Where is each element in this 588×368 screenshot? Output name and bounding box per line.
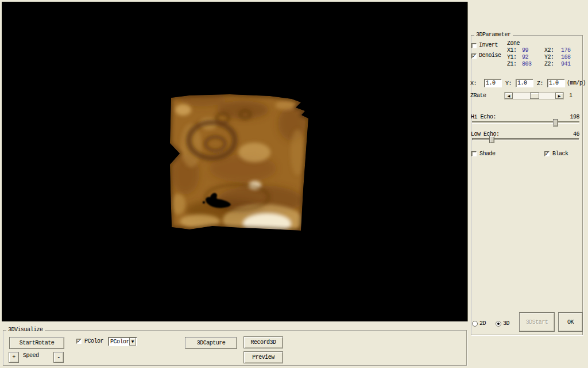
pcolor-checkbox[interactable]: ✓ <box>76 339 82 344</box>
3d-render-dialog: { "colors": { "window_bg": "#ece9d8", "v… <box>0 0 588 368</box>
param-group-title: 3DParameter <box>474 32 513 39</box>
render-viewport[interactable] <box>2 2 468 321</box>
mode-3d-radio[interactable] <box>496 321 501 327</box>
low-echo-slider-thumb[interactable] <box>489 136 494 143</box>
scroll-left-icon: ◀ <box>508 94 510 98</box>
zrate-scrollbar[interactable]: ◀ ▶ <box>504 92 564 99</box>
speed-plus-label: + <box>12 354 16 361</box>
pcolor-dropdown-button[interactable]: ▼ <box>129 338 136 346</box>
low-echo-value: 46 <box>560 131 579 137</box>
zone-x1-label: X1: <box>507 47 517 53</box>
check-icon: ✓ <box>77 339 82 343</box>
pcolor-label: PColor <box>84 338 103 344</box>
dropdown-arrow-icon: ▼ <box>131 340 134 343</box>
zrate-label: ZRate <box>470 93 486 99</box>
check-icon: ✓ <box>545 152 550 156</box>
scale-z-input[interactable] <box>547 79 565 87</box>
scale-x-input[interactable] <box>484 79 502 87</box>
hi-echo-value: 198 <box>560 114 579 120</box>
ok-button[interactable]: OK <box>558 312 583 332</box>
scale-y-label: Y: <box>505 80 512 87</box>
speed-plus-button[interactable]: + <box>9 352 19 363</box>
record3d-button-label: Record3D <box>250 339 276 346</box>
3dstart-button-label: 3DStart <box>526 319 548 325</box>
hi-echo-label: Hi Echo: <box>471 114 496 120</box>
pcolor-dropdown[interactable]: PColor ▼ <box>108 337 137 346</box>
scale-x-label: X: <box>470 80 477 87</box>
3dstart-button[interactable]: 3DStart <box>519 312 555 332</box>
black-label: Black <box>552 151 568 157</box>
record3d-button[interactable]: Record3D <box>243 336 283 348</box>
zone-x2-value: 176 <box>561 47 571 53</box>
start-rotate-button[interactable]: StartRotate <box>9 337 64 349</box>
zone-z1-label: Z1: <box>507 61 517 67</box>
zrate-value: 1 <box>569 93 572 99</box>
preview-button[interactable]: Preview <box>243 351 283 363</box>
speed-minus-label: - <box>57 354 60 361</box>
zone-y2-label: Y2: <box>544 54 554 60</box>
denoise-checkbox[interactable]: ✓ <box>471 53 477 59</box>
3dcapture-button-label: 3DCapture <box>197 340 226 346</box>
speed-minus-button[interactable]: - <box>53 352 64 363</box>
low-echo-slider-track[interactable] <box>472 138 579 140</box>
zone-z2-label: Z2: <box>544 61 554 67</box>
scale-unit-label: (mm/p) <box>567 80 586 86</box>
zone-x1-value: 99 <box>522 47 528 53</box>
scale-y-input[interactable] <box>516 79 533 87</box>
scroll-right-icon: ▶ <box>558 94 561 98</box>
scale-z-label: Z: <box>537 80 543 87</box>
zrate-scrollbar-thumb[interactable] <box>530 93 539 99</box>
mode-3d-label: 3D <box>503 320 509 327</box>
mode-2d-label: 2D <box>479 320 486 327</box>
zone-y2-value: 168 <box>561 54 571 60</box>
shade-checkbox[interactable] <box>471 151 477 156</box>
zone-x2-label: X2: <box>544 47 554 53</box>
zone-y1-value: 92 <box>522 54 528 60</box>
render-3d-object <box>2 2 467 321</box>
zone-z1-value: 803 <box>522 61 532 67</box>
preview-button-label: Preview <box>252 354 274 361</box>
start-rotate-button-label: StartRotate <box>20 340 55 346</box>
invert-label: Invert <box>479 42 498 48</box>
invert-checkbox[interactable] <box>471 43 477 48</box>
zone-title: Zone <box>507 40 520 47</box>
zrate-scroll-right-button[interactable]: ▶ <box>555 93 563 99</box>
hi-echo-slider-track[interactable] <box>472 121 579 124</box>
radio-dot-icon <box>497 323 500 325</box>
speed-label: Speed <box>23 352 39 359</box>
low-echo-label: Low Echo: <box>471 131 500 137</box>
pcolor-dropdown-value: PColor <box>109 339 129 345</box>
black-checkbox[interactable]: ✓ <box>544 151 550 156</box>
visualize-group-title: 3DVisualize <box>6 327 45 334</box>
shade-label: Shade <box>479 151 496 157</box>
ok-button-label: OK <box>567 319 574 325</box>
hi-echo-slider-thumb[interactable] <box>553 119 558 126</box>
mode-2d-radio[interactable] <box>472 321 478 327</box>
zrate-scroll-left-button[interactable]: ◀ <box>505 93 513 99</box>
denoise-label: Denoise <box>479 52 501 59</box>
3dcapture-button[interactable]: 3DCapture <box>185 337 237 349</box>
check-icon: ✓ <box>472 54 477 58</box>
zone-y1-label: Y1: <box>507 54 517 60</box>
zone-z2-value: 941 <box>561 61 571 67</box>
